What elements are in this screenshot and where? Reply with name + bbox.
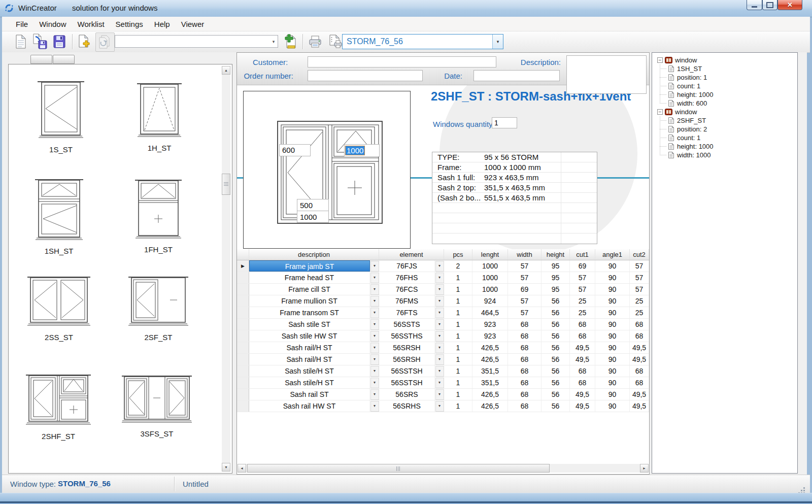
value-cell[interactable]: 56 [542,295,570,307]
customer-input[interactable] [308,56,496,68]
value-cell[interactable]: 56 [542,307,570,318]
quantity-input[interactable] [492,117,517,128]
value-cell[interactable]: 49,5 [570,342,595,353]
value-cell[interactable]: 2 [444,260,472,272]
new-page-button[interactable] [76,33,93,50]
value-cell[interactable]: 56 [542,389,570,400]
dimension-value-total[interactable]: 1000 [297,211,328,223]
value-cell[interactable]: 49,5 [630,400,649,412]
value-cell[interactable]: 56 [542,354,570,365]
value-cell[interactable]: 1000 [472,272,508,283]
value-cell[interactable]: 95 [542,260,570,272]
tree-leaf[interactable]: height: 1000 [652,90,797,99]
thumbnail-1s-st[interactable]: 1S_ST [19,81,103,154]
row-selector[interactable]: ▶ [237,260,249,272]
value-cell[interactable]: 90 [595,342,630,353]
value-cell[interactable]: 1 [444,400,472,412]
value-cell[interactable]: 49,5 [630,389,649,400]
value-cell[interactable]: 49,5 [570,354,595,365]
tree-leaf[interactable]: count: 1 [652,133,797,142]
value-cell[interactable]: 56 [542,330,570,342]
value-cell[interactable]: 57 [630,284,649,295]
value-cell[interactable]: 90 [595,354,630,365]
element-dropdown-button[interactable]: ▾ [435,365,444,377]
menu-item-help[interactable]: Help [149,17,176,31]
tree-leaf[interactable]: width: 600 [652,99,797,108]
element-cell[interactable]: 56SRSH [379,354,435,365]
value-cell[interactable]: 1 [444,354,472,365]
element-dropdown-button[interactable]: ▾ [435,330,444,342]
value-cell[interactable]: 426,5 [472,400,508,412]
print-button[interactable] [307,33,324,50]
element-dropdown-button[interactable]: ▾ [435,400,444,412]
description-dropdown-button[interactable]: ▾ [370,284,379,295]
row-selector[interactable] [237,342,249,353]
value-cell[interactable]: 68 [630,365,649,377]
element-dropdown-button[interactable]: ▾ [435,389,444,400]
chevron-down-icon[interactable]: ▾ [492,35,503,49]
menu-item-settings[interactable]: Settings [110,17,149,31]
row-selector[interactable] [237,330,249,342]
thumbnail-3sfs-st[interactable]: 3SFS_ST [113,375,200,438]
left-panel-scrollbar[interactable]: ▲ ▼ [222,66,230,472]
value-cell[interactable]: 1000 [472,284,508,295]
element-cell[interactable]: 56SSTHS [379,330,435,342]
value-cell[interactable]: 1 [444,295,472,307]
value-cell[interactable]: 56 [542,400,570,412]
scrollbar-thumb[interactable] [247,464,550,473]
tree-leaf[interactable]: width: 1000 [652,151,797,159]
value-cell[interactable]: 25 [630,295,649,307]
value-cell[interactable]: 1 [444,284,472,295]
value-cell[interactable]: 90 [595,260,630,272]
left-panel-tab-1[interactable] [30,55,52,64]
value-cell[interactable]: 68 [570,330,595,342]
minimize-button[interactable] [747,0,762,10]
description-dropdown-button[interactable]: ▾ [370,365,379,377]
value-cell[interactable]: 57 [508,307,542,318]
value-cell[interactable]: 426,5 [472,389,508,400]
value-cell[interactable]: 351,5 [472,365,508,377]
window-list-combobox[interactable]: ▾ [115,35,278,48]
scroll-up-button[interactable]: ▲ [222,66,230,75]
element-dropdown-button[interactable]: ▾ [435,272,444,283]
description-dropdown-button[interactable]: ▾ [370,389,379,400]
value-cell[interactable]: 57 [630,272,649,283]
value-cell[interactable]: 68 [508,354,542,365]
element-cell[interactable]: 56SRHS [379,400,435,412]
description-cell[interactable]: Frame mullion ST [249,295,370,307]
thumbnail-2sf-st[interactable]: 2SF_ST [115,276,201,342]
tree-leaf[interactable]: 1SH_ST [652,64,797,73]
grid-header-height[interactable]: height [542,249,570,260]
date-input[interactable] [473,70,560,81]
value-cell[interactable]: 1 [444,377,472,388]
grid-header-element[interactable]: element [379,249,444,260]
value-cell[interactable]: 90 [595,319,630,330]
value-cell[interactable]: 57 [570,284,595,295]
save-button[interactable] [51,33,68,50]
window-drawing-canvas[interactable]: 600 1000 500 1000 [243,91,411,249]
row-selector[interactable] [237,365,249,377]
value-cell[interactable]: 56 [542,342,570,353]
value-cell[interactable]: 1 [444,307,472,318]
scroll-down-button[interactable]: ▼ [222,463,230,472]
value-cell[interactable]: 351,5 [472,377,508,388]
value-cell[interactable]: 426,5 [472,342,508,353]
element-cell[interactable]: 76FJS [379,260,435,272]
description-cell[interactable]: Sash stile/H ST [249,365,370,377]
row-selector[interactable] [237,295,249,307]
value-cell[interactable]: 68 [508,319,542,330]
value-cell[interactable]: 56 [542,319,570,330]
value-cell[interactable]: 68 [570,377,595,388]
description-dropdown-button[interactable]: ▾ [370,400,379,412]
row-selector[interactable] [237,354,249,365]
element-cell[interactable]: 56SSTSH [379,365,435,377]
description-input[interactable] [566,55,647,94]
value-cell[interactable]: 57 [508,295,542,307]
thumbnail-2ss-st[interactable]: 2SS_ST [16,276,102,342]
tree-expander[interactable]: − [657,109,663,115]
value-cell[interactable]: 90 [595,330,630,342]
value-cell[interactable]: 95 [542,284,570,295]
dimension-value-sash[interactable]: 500 [297,199,328,211]
element-dropdown-button[interactable]: ▾ [435,342,444,353]
tree-leaf[interactable]: height: 1000 [652,142,797,151]
